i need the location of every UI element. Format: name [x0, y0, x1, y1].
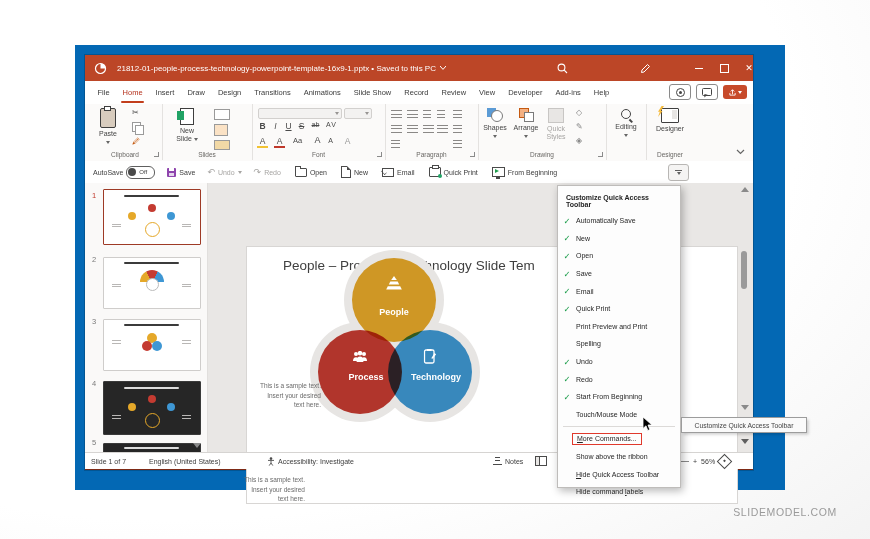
tab-view[interactable]: View: [473, 81, 502, 104]
autosave-control[interactable]: AutoSave Off: [93, 166, 155, 179]
language-indicator[interactable]: English (United States): [149, 453, 221, 469]
arrange-button[interactable]: Arrange: [511, 108, 541, 139]
tab-transitions[interactable]: Transitions: [248, 81, 297, 104]
designer-button[interactable]: Designer: [652, 108, 688, 133]
indent-increase-icon[interactable]: [437, 110, 445, 118]
menu-item-undo[interactable]: ✓Undo: [558, 353, 680, 371]
fit-slide-to-window-icon[interactable]: [717, 453, 733, 469]
menu-item-save[interactable]: ✓Save: [558, 265, 680, 283]
menu-item-start-from-beginning[interactable]: ✓Start From Beginning: [558, 388, 680, 406]
columns-icon[interactable]: [453, 125, 462, 133]
italic-button[interactable]: I: [270, 121, 281, 131]
tab-design[interactable]: Design: [211, 81, 247, 104]
comments-button[interactable]: [696, 84, 718, 100]
thumbnail-scroll-down-icon[interactable]: [193, 443, 201, 448]
maximize-button[interactable]: [712, 55, 736, 81]
collapse-ribbon-icon[interactable]: [736, 149, 745, 155]
from-beginning-button[interactable]: From Beginning: [492, 167, 557, 177]
sample-text-block-1[interactable]: This is a sample text. Insert your desir…: [233, 381, 321, 410]
menu-item-email[interactable]: ✓Email: [558, 282, 680, 300]
save-button-qat[interactable]: Save: [167, 168, 195, 177]
section-icon[interactable]: [214, 140, 230, 150]
thumbnail-slide-3[interactable]: [103, 319, 201, 371]
menu-item-quick-print[interactable]: ✓Quick Print: [558, 300, 680, 318]
autosave-toggle[interactable]: Off: [126, 166, 155, 179]
new-slide-button[interactable]: NewSlide: [172, 108, 202, 142]
share-button[interactable]: [723, 85, 747, 99]
change-case-button[interactable]: Aa: [292, 136, 303, 145]
cut-icon[interactable]: ✂: [132, 108, 139, 117]
font-size-combobox[interactable]: [344, 108, 372, 119]
character-spacing-button[interactable]: AV: [326, 121, 337, 128]
thumbnail-slide-2[interactable]: [103, 257, 201, 309]
quick-print-button[interactable]: Quick Print: [429, 167, 478, 177]
align-right-icon[interactable]: [423, 125, 434, 133]
shape-outline-icon[interactable]: ✎: [576, 122, 583, 131]
bold-button[interactable]: B: [257, 121, 268, 131]
thumbnail-slide-4[interactable]: [103, 381, 201, 435]
layout-icon[interactable]: [214, 109, 230, 120]
tab-record[interactable]: Record: [398, 81, 435, 104]
format-painter-icon[interactable]: 🖉: [132, 137, 140, 146]
next-slide-icon[interactable]: [740, 439, 750, 444]
menu-item-open[interactable]: ✓Open: [558, 247, 680, 265]
numbering-icon[interactable]: [407, 110, 418, 118]
menu-item-new[interactable]: ✓New: [558, 230, 680, 248]
quick-styles-button[interactable]: QuickStyles: [543, 108, 569, 140]
paste-button[interactable]: Paste: [95, 108, 121, 145]
tab-help[interactable]: Help: [587, 81, 615, 104]
undo-button[interactable]: ↶ Undo: [207, 168, 241, 177]
scrollbar-thumb[interactable]: [741, 251, 747, 289]
normal-view-button[interactable]: [535, 453, 547, 469]
record-button[interactable]: [669, 84, 691, 100]
clear-formatting-button[interactable]: A: [342, 136, 353, 146]
accessibility-checker[interactable]: Accessibility: Investigate: [267, 453, 354, 469]
strikethrough-button[interactable]: S: [296, 121, 307, 131]
menu-item-show-above-ribbon[interactable]: ✓ Show above the ribbon: [558, 448, 680, 466]
tab-draw[interactable]: Draw: [181, 81, 212, 104]
align-center-icon[interactable]: [407, 125, 418, 133]
line-spacing-icon[interactable]: [453, 110, 462, 118]
tab-review[interactable]: Review: [435, 81, 473, 104]
menu-item-automatically-save[interactable]: ✓Automatically Save: [558, 212, 680, 230]
drawing-dialog-launcher[interactable]: [598, 152, 603, 157]
tab-add-ins[interactable]: Add-ins: [549, 81, 587, 104]
tab-insert[interactable]: Insert: [149, 81, 181, 104]
grow-font-button[interactable]: A: [312, 135, 323, 145]
menu-item-spelling[interactable]: ✓Spelling: [558, 335, 680, 353]
align-left-icon[interactable]: [391, 125, 402, 133]
tab-slide-show[interactable]: Slide Show: [347, 81, 398, 104]
tab-developer[interactable]: Developer: [502, 81, 549, 104]
thumbnail-slide-1[interactable]: [103, 189, 201, 245]
paragraph-dialog-launcher[interactable]: [470, 152, 475, 157]
font-dialog-launcher[interactable]: [377, 152, 382, 157]
shape-fill-icon[interactable]: ◇: [576, 108, 582, 117]
scroll-down-icon[interactable]: [740, 405, 750, 410]
justify-icon[interactable]: [437, 125, 448, 133]
tab-home[interactable]: Home: [116, 81, 149, 104]
tab-file[interactable]: File: [91, 81, 116, 104]
minimize-button[interactable]: [687, 55, 711, 81]
tab-animations[interactable]: Animations: [297, 81, 347, 104]
text-shadow-button[interactable]: ab: [310, 121, 321, 128]
redo-button[interactable]: ↷ Redo: [254, 168, 281, 177]
menu-item-print-preview[interactable]: ✓Print Preview and Print: [558, 318, 680, 336]
sample-text-block-2[interactable]: This is a sample text. Insert your desir…: [213, 475, 305, 504]
shapes-button[interactable]: Shapes: [481, 108, 509, 139]
font-color-button[interactable]: A: [274, 136, 285, 148]
shrink-font-button[interactable]: A: [325, 137, 336, 144]
open-button[interactable]: Open: [295, 168, 327, 177]
menu-item-hide-command-labels[interactable]: ✓ Hide command labels: [558, 483, 680, 501]
shape-effects-icon[interactable]: ◈: [576, 136, 582, 145]
customize-qat-dropdown-button[interactable]: [668, 164, 689, 181]
indent-decrease-icon[interactable]: [423, 110, 431, 118]
zoom-level[interactable]: 56%: [701, 458, 715, 465]
underline-button[interactable]: U: [283, 121, 294, 131]
clipboard-dialog-launcher[interactable]: [154, 152, 159, 157]
reset-icon[interactable]: [214, 124, 228, 136]
convert-smartart-icon[interactable]: [453, 140, 462, 148]
font-name-combobox[interactable]: [258, 108, 342, 119]
new-button[interactable]: New: [341, 166, 368, 178]
menu-item-redo[interactable]: ✓Redo: [558, 370, 680, 388]
title-chevron-icon[interactable]: [440, 66, 446, 70]
